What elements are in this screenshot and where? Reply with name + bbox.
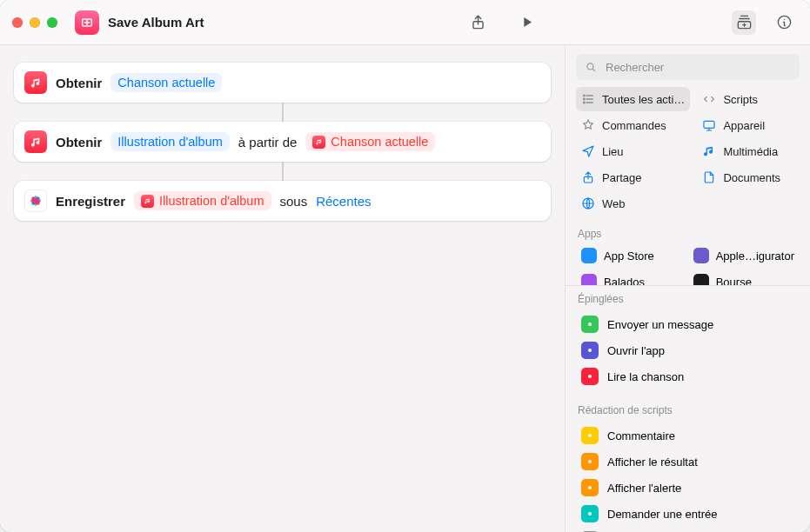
list-icon [581, 92, 595, 106]
toolbar: Save Album Art [0, 0, 810, 45]
music-app-icon [24, 71, 47, 94]
svg-point-22 [588, 349, 592, 352]
app-item[interactable]: Apple…igurator [688, 243, 800, 268]
action-row-label: Demander une entrée [607, 508, 717, 521]
window-controls [12, 17, 57, 28]
app-item[interactable]: App Store [576, 243, 681, 268]
category-item[interactable]: Toutes les acti… [576, 87, 690, 111]
category-item[interactable]: Commandes [576, 113, 690, 137]
action-text: sous [280, 194, 308, 209]
library-action-item[interactable]: Afficher le résultat [576, 449, 800, 474]
pinned-section-title: Épinglées [566, 286, 810, 309]
action-row-label: Afficher l'alerte [607, 482, 681, 495]
action-variable[interactable]: Illustration d'album [134, 191, 271, 210]
library-action-item[interactable]: Envoyer un message [576, 312, 800, 336]
action-row-label: Ouvrir l'app [607, 344, 665, 357]
shortcut-icon [75, 10, 99, 35]
svg-point-28 [588, 460, 592, 463]
action-row-icon [581, 342, 599, 359]
action-row-label: Afficher le résultat [607, 456, 698, 469]
library-action-item[interactable]: Ouvrir l'app [576, 338, 800, 362]
app-icon [581, 248, 597, 263]
category-label: Lieu [602, 145, 624, 158]
share-button[interactable] [465, 10, 490, 35]
category-label: Multimédia [723, 145, 778, 158]
category-item[interactable]: Web [576, 191, 690, 216]
search-input[interactable] [604, 60, 791, 75]
minimize-window-button[interactable] [30, 17, 40, 28]
library-toggle-button[interactable] [732, 10, 756, 35]
category-item[interactable]: Appareil [697, 113, 800, 137]
action-row-label: Envoyer un message [607, 318, 713, 331]
share-icon [581, 170, 595, 184]
app-item[interactable]: Balados [576, 269, 681, 285]
close-window-button[interactable] [12, 17, 23, 28]
zoom-window-button[interactable] [47, 17, 57, 28]
library-action-item[interactable]: Demander une entrée [576, 502, 800, 526]
action-param[interactable]: Récentes [316, 194, 371, 209]
library-action-item[interactable]: Commentaire [576, 423, 800, 448]
device-icon [702, 118, 716, 132]
web-icon [581, 196, 595, 210]
action-param[interactable]: Illustration d'album [110, 132, 229, 151]
app-icon [693, 248, 709, 263]
shortcuts-editor-window: Save Album Art [0, 0, 810, 532]
category-item[interactable]: Multimédia [697, 139, 800, 163]
category-item[interactable]: Lieu [576, 139, 690, 163]
search-field[interactable] [576, 54, 800, 80]
doc-icon [702, 170, 716, 184]
editor-canvas[interactable]: Obtenir Chanson actuelle Obtenir Illustr… [0, 45, 565, 532]
library-action-item[interactable]: Lire la chanson [576, 364, 800, 389]
category-label: Documents [723, 171, 780, 184]
category-label: Toutes les acti… [602, 93, 685, 106]
run-button[interactable] [514, 10, 539, 35]
category-item[interactable]: Partage [576, 165, 690, 190]
action-verb: Enregistrer [56, 194, 125, 209]
svg-point-24 [588, 375, 592, 378]
category-item[interactable]: Scripts [697, 87, 800, 111]
action-row-icon [581, 453, 599, 470]
scripting-list: CommentaireAfficher le résultatAfficher … [566, 420, 810, 532]
star-icon [581, 118, 595, 132]
app-label: Apple…igurator [716, 249, 794, 263]
loc-icon [581, 144, 595, 158]
music-app-icon [24, 130, 47, 153]
category-label: Web [602, 197, 626, 210]
category-grid: Toutes les acti…ScriptsCommandesAppareil… [566, 87, 810, 221]
shortcut-title[interactable]: Save Album Art [108, 15, 204, 30]
svg-point-30 [588, 486, 592, 489]
category-label: Commandes [602, 119, 666, 132]
action-row-icon [581, 479, 599, 496]
category-label: Appareil [723, 119, 765, 132]
action-row-icon [581, 427, 599, 444]
script-icon [702, 92, 716, 106]
library-action-item[interactable]: Afficher l'alerte [576, 475, 800, 500]
category-item[interactable]: Documents [697, 165, 800, 190]
action-verb: Obtenir [56, 76, 102, 90]
app-label: Bourse [716, 276, 752, 286]
svg-point-20 [588, 323, 592, 326]
media-icon [702, 144, 716, 158]
toolbar-sidebar-controls [552, 10, 798, 35]
action-row-label: Lire la chanson [607, 370, 684, 383]
category-label: Scripts [723, 93, 758, 106]
action-variable[interactable]: Chanson actuelle [305, 132, 435, 151]
app-icon [581, 274, 597, 285]
app-label: Balados [604, 276, 645, 286]
action-connector [282, 103, 284, 122]
app-item[interactable]: Bourse [688, 269, 800, 285]
info-button[interactable] [772, 10, 796, 35]
action-connector [282, 162, 284, 181]
action-get-current-song[interactable]: Obtenir Chanson actuelle [14, 63, 551, 103]
apps-section-title: Apps [566, 221, 810, 243]
action-save-to-photos[interactable]: Enregistrer Illustration d'album sous Ré… [14, 181, 551, 221]
music-mini-icon [141, 195, 154, 208]
action-row-icon [581, 316, 599, 333]
action-get-album-art[interactable]: Obtenir Illustration d'album à partir de… [14, 122, 551, 162]
action-row-icon [581, 505, 599, 522]
library-action-item[interactable]: Compter [576, 528, 800, 532]
action-param[interactable]: Chanson actuelle [110, 73, 222, 92]
svg-point-14 [584, 98, 586, 100]
svg-point-26 [588, 434, 592, 437]
action-row-label: Commentaire [607, 429, 675, 442]
